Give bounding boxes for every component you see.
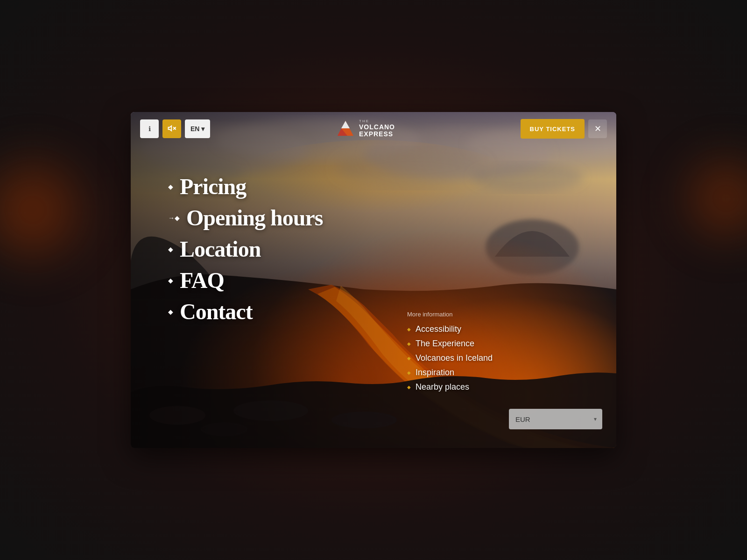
logo-text: THE VOLCANO EXPRESS xyxy=(359,119,395,138)
nav-label-contact: Contact xyxy=(180,299,253,324)
diamond-icon-contact: ◆ xyxy=(168,308,173,315)
header-right: BUY TICKETS ✕ xyxy=(521,119,607,139)
logo-icon xyxy=(336,120,355,138)
left-navigation: ◆ Pricing →◆ Opening hours ◆ Location ◆ … xyxy=(131,146,398,448)
currency-select-container: EUR USD GBP ISK ▾ xyxy=(509,409,602,429)
svg-marker-21 xyxy=(341,121,350,128)
nav-item-contact[interactable]: ◆ Contact xyxy=(168,299,398,324)
info-icon: ℹ xyxy=(148,125,151,133)
nav-label-opening-hours: Opening hours xyxy=(186,205,323,231)
diamond-icon-accessibility: ◆ xyxy=(407,327,411,332)
nav-item-location[interactable]: ◆ Location xyxy=(168,236,398,262)
diamond-icon-volcanoes: ◆ xyxy=(407,356,411,361)
nav-item-pricing[interactable]: ◆ Pricing xyxy=(168,174,398,199)
more-info-label-inspiration: Inspiration xyxy=(416,368,454,378)
language-button[interactable]: EN ▾ xyxy=(185,119,210,138)
diamond-icon-faq: ◆ xyxy=(168,277,173,284)
diamond-icon-inspiration: ◆ xyxy=(407,370,411,375)
svg-marker-17 xyxy=(169,126,172,131)
logo: THE VOLCANO EXPRESS xyxy=(336,119,395,138)
more-info-item-inspiration[interactable]: ◆ Inspiration xyxy=(407,368,602,378)
currency-select[interactable]: EUR USD GBP ISK xyxy=(509,409,602,429)
header-left: ℹ EN ▾ xyxy=(140,119,210,138)
logo-volcano: VOLCANO xyxy=(359,124,395,131)
more-info-label-accessibility: Accessibility xyxy=(416,324,461,334)
app-window: ℹ EN ▾ xyxy=(131,112,616,448)
audio-button[interactable] xyxy=(162,119,181,138)
arrow-diamond-icon-opening: →◆ xyxy=(168,214,180,222)
buy-tickets-label: BUY TICKETS xyxy=(530,126,575,133)
more-info-label: More information xyxy=(407,311,602,318)
info-button[interactable]: ℹ xyxy=(140,119,159,138)
right-bottom: More information ◆ Accessibility ◆ The E… xyxy=(407,311,602,429)
currency-select-wrap: EUR USD GBP ISK ▾ xyxy=(407,409,602,429)
more-info-item-volcanoes[interactable]: ◆ Volcanoes in Iceland xyxy=(407,353,602,363)
more-info-label-volcanoes: Volcanoes in Iceland xyxy=(416,353,493,363)
diamond-icon-nearby: ◆ xyxy=(407,385,411,390)
bg-blob-left xyxy=(0,140,103,280)
more-info-label-experience: The Experience xyxy=(416,339,474,349)
header-center: THE VOLCANO EXPRESS xyxy=(210,119,520,138)
more-info-label-nearby: Nearby places xyxy=(416,382,469,392)
diamond-icon-location: ◆ xyxy=(168,245,173,253)
lang-label: EN xyxy=(190,125,199,133)
nav-label-pricing: Pricing xyxy=(180,174,246,199)
more-info-item-experience[interactable]: ◆ The Experience xyxy=(407,339,602,349)
nav-label-location: Location xyxy=(180,236,261,262)
nav-item-opening-hours[interactable]: →◆ Opening hours xyxy=(168,205,398,231)
more-info-item-nearby[interactable]: ◆ Nearby places xyxy=(407,382,602,392)
right-panel: More information ◆ Accessibility ◆ The E… xyxy=(398,146,616,448)
more-info-item-accessibility[interactable]: ◆ Accessibility xyxy=(407,324,602,334)
logo-express: EXPRESS xyxy=(359,131,395,138)
diamond-icon-pricing: ◆ xyxy=(168,183,173,190)
close-icon: ✕ xyxy=(594,124,601,134)
close-button[interactable]: ✕ xyxy=(588,119,607,138)
lang-chevron-icon: ▾ xyxy=(201,125,204,133)
more-info-section: More information ◆ Accessibility ◆ The E… xyxy=(407,311,602,392)
buy-tickets-button[interactable]: BUY TICKETS xyxy=(521,119,585,139)
header: ℹ EN ▾ xyxy=(131,112,616,146)
more-info-list: ◆ Accessibility ◆ The Experience ◆ Volca… xyxy=(407,324,602,392)
nav-label-faq: FAQ xyxy=(180,267,224,293)
diamond-icon-experience: ◆ xyxy=(407,341,411,346)
nav-item-faq[interactable]: ◆ FAQ xyxy=(168,267,398,293)
main-content: ◆ Pricing →◆ Opening hours ◆ Location ◆ … xyxy=(131,146,616,448)
bg-blob-right xyxy=(668,140,747,257)
audio-icon xyxy=(168,124,176,134)
